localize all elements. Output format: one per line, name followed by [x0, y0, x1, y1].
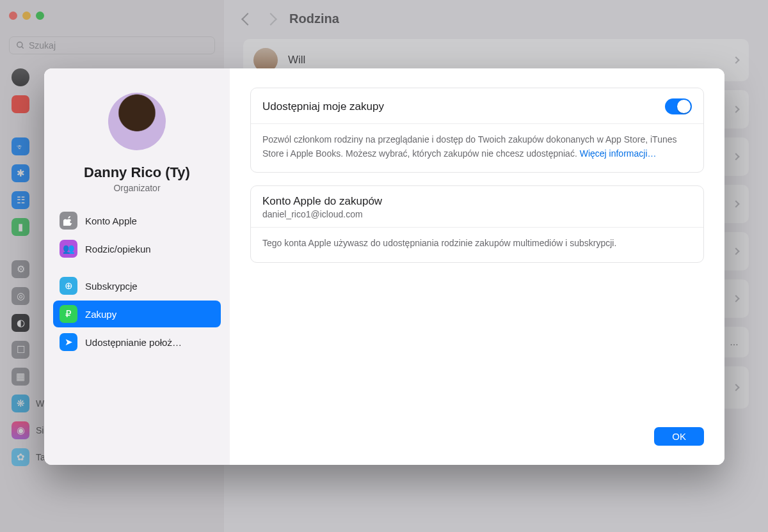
- account-email: daniel_rico1@icloud.com: [251, 209, 703, 228]
- sheet-sidebar: Danny Rico (Ty) Organizator Konto Apple …: [44, 68, 230, 465]
- apple-icon: [60, 212, 77, 230]
- panel-title: Konto Apple do zakupów: [251, 186, 703, 209]
- nav-label: Konto Apple: [85, 215, 137, 226]
- sheet-main: Udostępniaj moje zakupy Pozwól członkom …: [230, 68, 724, 465]
- user-role: Organizator: [113, 183, 160, 193]
- panel-title: Udostępniaj moje zakupy: [262, 100, 384, 113]
- avatar: [108, 93, 166, 150]
- nav-subscriptions[interactable]: ⊕ Subskrypcje: [53, 272, 221, 299]
- nav-label: Subskrypcje: [85, 281, 138, 292]
- user-name: Danny Rico (Ty): [84, 164, 190, 181]
- parent-icon: 👥: [60, 240, 77, 258]
- learn-more-link[interactable]: Więcej informacji…: [580, 148, 657, 159]
- nav-label: Rodzic/opiekun: [85, 244, 151, 254]
- nav-apple-account[interactable]: Konto Apple: [53, 207, 221, 234]
- ok-button[interactable]: OK: [654, 427, 704, 446]
- share-purchases-panel: Udostępniaj moje zakupy Pozwól członkom …: [250, 88, 704, 173]
- family-member-sheet: Danny Rico (Ty) Organizator Konto Apple …: [44, 68, 724, 465]
- nav-parent-guardian[interactable]: 👥 Rodzic/opiekun: [53, 235, 221, 262]
- purchase-account-panel: Konto Apple do zakupów daniel_rico1@iclo…: [250, 185, 704, 263]
- nav-location-sharing[interactable]: ➤ Udostępnianie położ…: [53, 329, 221, 356]
- nav-label: Udostępnianie położ…: [85, 337, 182, 348]
- share-purchases-toggle[interactable]: [665, 98, 692, 114]
- subscriptions-icon: ⊕: [60, 277, 77, 295]
- panel-body: Pozwól członkom rodziny na przeglądanie …: [251, 124, 703, 172]
- location-icon: ➤: [60, 333, 77, 351]
- nav-label: Zakupy: [85, 309, 116, 320]
- purchases-icon: ₽: [60, 305, 77, 323]
- nav-purchases[interactable]: ₽ Zakupy: [53, 301, 221, 327]
- panel-description: Tego konta Apple używasz do udostępniani…: [251, 228, 703, 262]
